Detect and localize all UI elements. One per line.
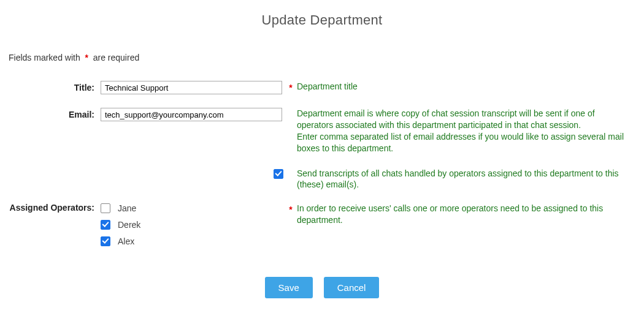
title-input[interactable] xyxy=(101,81,282,94)
operator-checkbox-jane[interactable] xyxy=(101,203,110,213)
page-title: Update Department xyxy=(9,12,635,28)
operator-name: Alex xyxy=(118,236,134,246)
operator-name: Derek xyxy=(118,220,140,230)
operators-required-icon: * xyxy=(289,205,292,214)
operator-checkbox-alex[interactable] xyxy=(101,236,110,246)
operators-row: Assigned Operators: Jane Derek Alex * In… xyxy=(9,203,635,246)
email-input[interactable] xyxy=(101,108,282,121)
email-label: Email: xyxy=(9,108,101,119)
save-button[interactable]: Save xyxy=(265,277,313,298)
operator-item[interactable]: Alex xyxy=(101,236,285,246)
operator-name: Jane xyxy=(118,203,136,213)
operators-hint: In order to receive users' calls one or … xyxy=(297,203,635,226)
asterisk-icon: * xyxy=(85,53,88,62)
required-fields-note: Fields marked with * are required xyxy=(9,53,635,62)
email-hint: Department email is where copy of chat s… xyxy=(297,108,635,154)
title-label: Title: xyxy=(9,81,101,92)
operators-label: Assigned Operators: xyxy=(9,203,101,213)
required-note-prefix: Fields marked with xyxy=(9,53,80,62)
title-hint: Department title xyxy=(297,81,635,92)
required-note-suffix: are required xyxy=(93,53,140,62)
send-transcripts-checkbox[interactable] xyxy=(274,169,283,179)
operator-item[interactable]: Jane xyxy=(101,203,285,213)
button-row: Save Cancel xyxy=(9,277,635,298)
title-required-icon: * xyxy=(289,83,292,92)
update-department-form: Update Department Fields marked with * a… xyxy=(0,0,644,313)
send-transcripts-hint: Send transcripts of all chats handled by… xyxy=(297,168,635,191)
title-row: Title: * Department title xyxy=(9,81,635,94)
email-row: Email: Department email is where copy of… xyxy=(9,108,635,154)
cancel-button[interactable]: Cancel xyxy=(324,277,380,298)
operator-item[interactable]: Derek xyxy=(101,219,285,230)
operator-list: Jane Derek Alex xyxy=(101,203,285,246)
send-transcripts-row: Send transcripts of all chats handled by… xyxy=(9,168,635,191)
operator-checkbox-derek[interactable] xyxy=(101,220,110,230)
